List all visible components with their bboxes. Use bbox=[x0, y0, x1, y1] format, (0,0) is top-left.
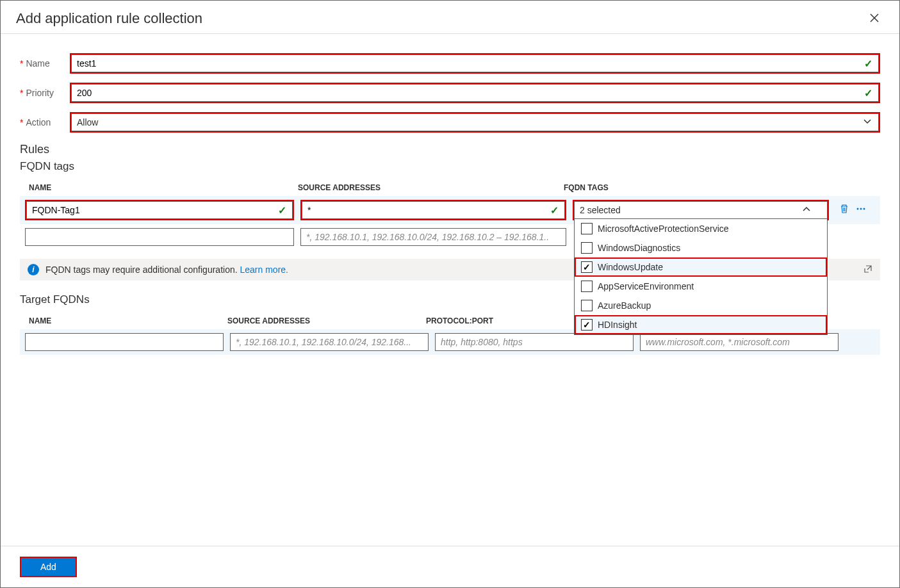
close-button[interactable] bbox=[865, 8, 884, 28]
delete-rule-button[interactable] bbox=[838, 202, 851, 218]
target-name-input[interactable] bbox=[25, 333, 224, 351]
required-asterisk-icon: * bbox=[20, 88, 23, 98]
fqdn-tags-option[interactable]: HDInsight bbox=[575, 315, 827, 334]
fqdn-tags-option[interactable]: WindowsDiagnostics bbox=[575, 238, 827, 257]
fqdn-tags-dropdown-label: 2 selected bbox=[580, 205, 621, 215]
checkbox-icon bbox=[581, 300, 593, 311]
trash-icon bbox=[839, 204, 849, 216]
fqdn-tags-option-label: WindowsDiagnostics bbox=[598, 243, 680, 253]
info-icon: i bbox=[28, 264, 39, 275]
open-external-icon[interactable] bbox=[863, 265, 872, 275]
action-label: * Action bbox=[20, 117, 70, 127]
svg-point-3 bbox=[860, 208, 862, 209]
learn-more-link[interactable]: Learn more. bbox=[240, 265, 288, 275]
fqdn-table-row: ✓ ✓ 2 selected MicrosoftActiveProtection… bbox=[20, 196, 880, 224]
fqdn-tags-option[interactable]: WindowsUpdate bbox=[575, 257, 827, 277]
action-label-text: Action bbox=[26, 117, 51, 127]
fqdn-tags-option-label: WindowsUpdate bbox=[598, 262, 663, 272]
checkbox-icon bbox=[581, 319, 593, 331]
fqdn-tags-option-label: MicrosoftActiveProtectionService bbox=[598, 224, 729, 234]
priority-label-text: Priority bbox=[26, 88, 54, 98]
close-icon bbox=[870, 11, 879, 25]
target-source-input[interactable] bbox=[230, 333, 429, 351]
target-header-source: SOURCE ADDRESSES bbox=[227, 316, 426, 325]
fqdn-source-input[interactable] bbox=[302, 201, 565, 219]
required-asterisk-icon: * bbox=[20, 58, 23, 69]
fqdn-tags-dropdown-panel: MicrosoftActiveProtectionServiceWindowsD… bbox=[574, 219, 828, 335]
fqdn-tags-option[interactable]: AppServiceEnvironment bbox=[575, 277, 827, 296]
fqdn-header-source: SOURCE ADDRESSES bbox=[298, 183, 564, 192]
fqdn-tags-option-label: HDInsight bbox=[598, 320, 637, 330]
svg-point-2 bbox=[857, 208, 859, 209]
priority-input[interactable] bbox=[71, 84, 879, 102]
info-banner-text: FQDN tags may require additional configu… bbox=[45, 265, 240, 275]
fqdn-name-input[interactable] bbox=[25, 228, 294, 246]
fqdn-header-tags: FQDN TAGS bbox=[564, 183, 820, 192]
priority-label: * Priority bbox=[20, 88, 70, 98]
rules-section-title: Rules bbox=[20, 143, 880, 156]
add-button[interactable]: Add bbox=[21, 558, 76, 576]
required-asterisk-icon: * bbox=[20, 117, 23, 127]
svg-point-4 bbox=[863, 208, 865, 209]
checkbox-icon bbox=[581, 223, 593, 234]
more-icon bbox=[856, 204, 866, 216]
fqdn-name-input[interactable] bbox=[26, 201, 293, 219]
more-options-button[interactable] bbox=[855, 202, 867, 218]
fqdn-source-input[interactable] bbox=[300, 228, 566, 246]
checkbox-icon bbox=[581, 261, 593, 273]
name-input[interactable] bbox=[71, 54, 879, 72]
name-label-text: Name bbox=[26, 58, 49, 69]
fqdn-tags-option[interactable]: MicrosoftActiveProtectionService bbox=[575, 219, 827, 238]
fqdn-tags-dropdown[interactable]: 2 selected bbox=[574, 201, 828, 219]
fqdn-tags-option-label: AzureBackup bbox=[598, 300, 651, 311]
chevron-up-icon bbox=[803, 205, 810, 215]
fqdn-tags-option-label: AppServiceEnvironment bbox=[598, 281, 694, 291]
action-select[interactable]: Allow bbox=[71, 113, 879, 131]
checkbox-icon bbox=[581, 281, 593, 292]
fqdn-tags-subtitle: FQDN tags bbox=[20, 160, 880, 173]
target-fqdn-input[interactable] bbox=[640, 333, 839, 351]
fqdn-header-name: NAME bbox=[29, 183, 298, 192]
target-protocol-input[interactable] bbox=[435, 333, 634, 351]
name-label: * Name bbox=[20, 58, 70, 69]
action-select-value: Allow bbox=[77, 117, 98, 127]
fqdn-tags-option[interactable]: AzureBackup bbox=[575, 296, 827, 315]
page-title: Add application rule collection bbox=[16, 10, 202, 27]
checkbox-icon bbox=[581, 242, 593, 254]
target-header-name: NAME bbox=[29, 316, 227, 325]
